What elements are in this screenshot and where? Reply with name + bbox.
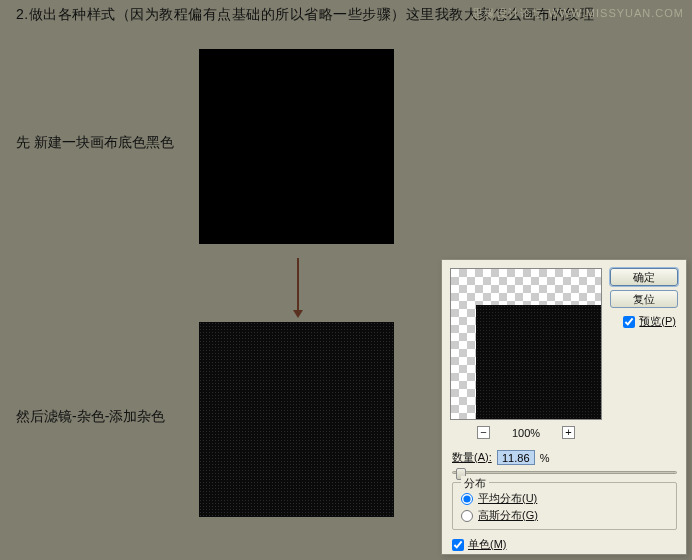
amount-row: 数量(A): % <box>452 450 550 465</box>
amount-unit: % <box>540 452 550 464</box>
monochrome-checkbox[interactable] <box>452 539 464 551</box>
distribution-fieldset: 分布 平均分布(U) 高斯分布(G) <box>452 482 677 530</box>
uniform-radio-row[interactable]: 平均分布(U) <box>461 491 537 506</box>
gaussian-radio-row[interactable]: 高斯分布(G) <box>461 508 538 523</box>
noise-canvas-image <box>199 322 394 517</box>
zoom-out-button[interactable]: − <box>477 426 490 439</box>
gaussian-radio[interactable] <box>461 510 473 522</box>
caption-create-canvas: 先 新建一块画布底色黑色 <box>16 134 174 152</box>
preview-checkbox-row[interactable]: 预览(P) <box>623 314 676 329</box>
amount-label: 数量(A): <box>452 450 492 465</box>
black-canvas-image <box>199 49 394 244</box>
caption-add-noise: 然后滤镜-杂色-添加杂色 <box>16 408 165 426</box>
monochrome-checkbox-label: 单色(M) <box>468 537 507 552</box>
zoom-controls: − 100% + <box>450 426 602 439</box>
zoom-in-button[interactable]: + <box>562 426 575 439</box>
gaussian-radio-label: 高斯分布(G) <box>478 508 538 523</box>
watermark: 思缘设计论坛 WWW.MISSYUAN.COM <box>472 6 684 21</box>
arrow-down-icon <box>297 258 299 312</box>
amount-slider[interactable] <box>452 471 677 474</box>
cancel-button[interactable]: 复位 <box>610 290 678 308</box>
preview-noise-swatch <box>476 305 602 420</box>
distribution-legend: 分布 <box>461 476 489 491</box>
preview-checkbox[interactable] <box>623 316 635 328</box>
preview-checkbox-label: 预览(P) <box>639 314 676 329</box>
monochrome-checkbox-row[interactable]: 单色(M) <box>452 537 507 552</box>
amount-input[interactable] <box>497 450 535 465</box>
zoom-value: 100% <box>512 427 540 439</box>
uniform-radio[interactable] <box>461 493 473 505</box>
preview-area <box>450 268 602 420</box>
ok-button[interactable]: 确定 <box>610 268 678 286</box>
uniform-radio-label: 平均分布(U) <box>478 491 537 506</box>
add-noise-dialog: − 100% + 确定 复位 预览(P) 数量(A): % 分布 平均分布(U)… <box>441 259 687 555</box>
